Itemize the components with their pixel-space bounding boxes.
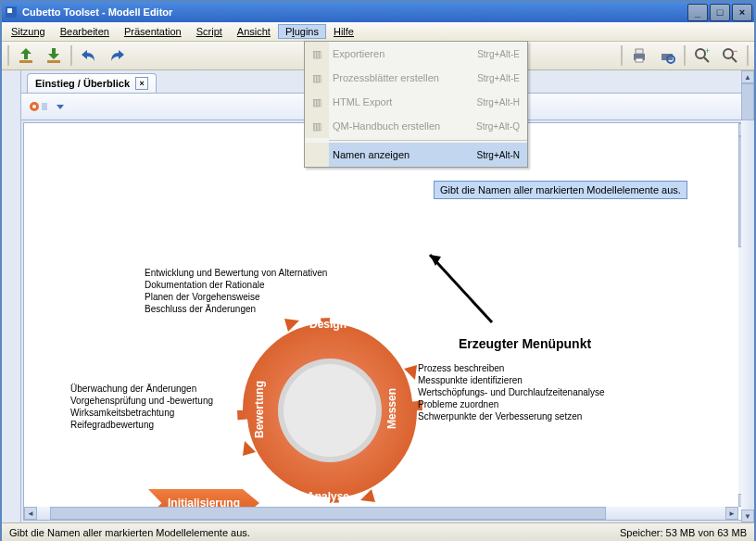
svg-text:−: − [733, 46, 737, 56]
outer-vertical-scrollbar[interactable]: ▲ ▼ [741, 70, 754, 522]
svg-point-12 [724, 49, 733, 58]
print-button[interactable] [628, 44, 650, 67]
window-title: Cubetto Toolset - Modell Editor [22, 6, 172, 18]
phase-init: Initialisierung [148, 489, 259, 507]
redo-button[interactable] [106, 44, 128, 67]
phase-bewertung: Bewertung [253, 381, 266, 438]
app-window: Cubetto Toolset - Modell Editor _ □ × Si… [0, 0, 756, 541]
status-left: Gibt die Namen aller markierten Modellel… [9, 527, 250, 538]
maximize-button[interactable]: □ [710, 4, 730, 21]
svg-rect-5 [636, 49, 643, 54]
tab-close-button[interactable]: × [135, 77, 148, 90]
menu-item-exportieren[interactable]: ▥ Exportieren Strg+Alt-E [305, 42, 527, 66]
svg-rect-3 [47, 60, 60, 63]
phase-analyse: Analyse [307, 490, 349, 503]
svg-rect-17 [42, 103, 47, 110]
tab-einstieg[interactable]: Einstieg / Überblick × [27, 73, 157, 93]
menu-item-qm-handbuch[interactable]: ▥ QM-Handbuch erstellen Strg+Alt-Q [305, 114, 527, 138]
plugins-dropdown: ▥ Exportieren Strg+Alt-E ▥ Prozessblätte… [304, 41, 528, 168]
svg-text:+: + [705, 46, 710, 56]
svg-point-20 [284, 364, 376, 457]
menu-bar: Sitzung Bearbeiten Präsentation Script A… [2, 22, 754, 42]
menu-plugins[interactable]: Plugins [278, 24, 326, 39]
annotation-arrow [413, 244, 506, 336]
dropdown-icon[interactable] [57, 103, 64, 110]
print-preview-button[interactable] [656, 44, 678, 67]
phase-design: Design [309, 318, 346, 331]
doc-icon: ▥ [312, 120, 321, 132]
status-right: Speicher: 53 MB von 63 MB [620, 527, 747, 538]
messen-tasks: Prozess beschreiben Messpunkte identifiz… [418, 362, 605, 422]
annotation-label: Erzeugter Menüpunkt [459, 336, 591, 351]
menu-bearbeiten[interactable]: Bearbeiten [53, 24, 117, 39]
doc-icon: ▥ [312, 72, 321, 84]
title-bar: Cubetto Toolset - Modell Editor _ □ × [2, 2, 754, 22]
svg-point-16 [32, 105, 36, 108]
tab-label: Einstieg / Überblick [35, 78, 130, 89]
svg-line-13 [732, 57, 737, 62]
doc-icon: ▥ [312, 96, 321, 108]
svg-point-9 [696, 49, 705, 58]
zoom-in-button[interactable]: + [691, 44, 713, 67]
status-bar: Gibt die Namen aller markierten Modellel… [2, 522, 754, 541]
svg-rect-6 [636, 58, 643, 62]
svg-line-10 [704, 57, 709, 62]
menu-item-html-export[interactable]: ▥ HTML Export Strg+Alt-H [305, 90, 527, 114]
undo-button[interactable] [78, 44, 100, 67]
svg-rect-2 [19, 60, 32, 63]
doc-icon: ▥ [312, 48, 321, 60]
phase-messen: Messen [385, 388, 398, 429]
import-button[interactable] [15, 44, 37, 67]
minimize-button[interactable]: _ [687, 4, 708, 21]
tooltip: Gibt die Namen aller markierten Modellel… [434, 181, 687, 199]
left-tab-rail[interactable] [2, 70, 21, 522]
menu-item-namen-anzeigen[interactable]: Namen anzeigen Strg+Alt-N [305, 143, 527, 167]
close-button[interactable]: × [732, 4, 752, 21]
menu-hilfe[interactable]: Hilfe [326, 24, 361, 39]
zoom-out-button[interactable]: − [719, 44, 741, 67]
menu-sitzung[interactable]: Sitzung [4, 24, 53, 39]
svg-rect-1 [7, 8, 12, 13]
horizontal-scrollbar[interactable]: ◄ ► [24, 507, 738, 520]
export-button[interactable] [43, 44, 65, 67]
bewertung-tasks: Überwachung der Änderungen Vorgehensprüf… [70, 383, 213, 431]
menu-praesentation[interactable]: Präsentation [117, 24, 189, 39]
menu-ansicht[interactable]: Ansicht [230, 24, 278, 39]
palette-icon[interactable] [29, 99, 49, 114]
menu-script[interactable]: Script [189, 24, 230, 39]
design-tasks: Entwicklung und Bewertung von Alternativ… [145, 267, 327, 315]
svg-line-21 [430, 255, 492, 322]
app-icon [4, 5, 19, 19]
menu-item-prozessblaetter[interactable]: ▥ Prozessblätter erstellen Strg+Alt-E [305, 66, 527, 90]
